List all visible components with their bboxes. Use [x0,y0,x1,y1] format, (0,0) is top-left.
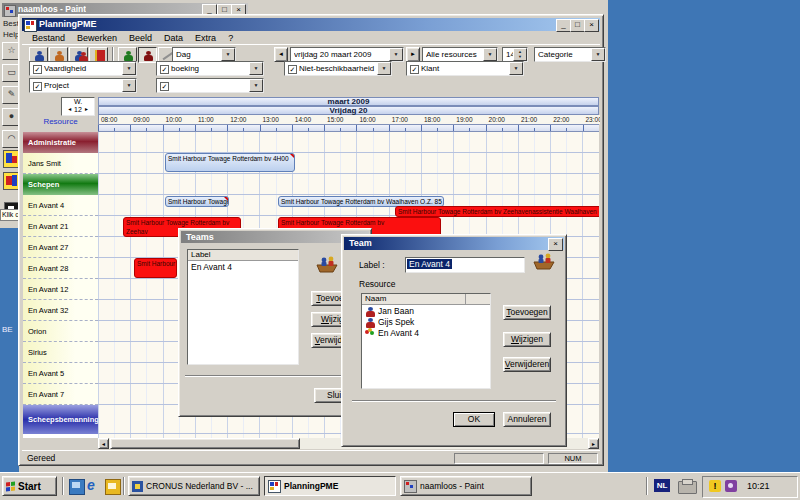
checkbox-icon[interactable]: ✓ [160,65,169,74]
members-list-header-extra[interactable] [466,294,490,305]
menu-bestand[interactable]: Bestand [26,31,71,44]
team-titlebar[interactable]: Team × [344,237,564,250]
resource-row[interactable]: En Avant 5 [23,363,98,384]
resource-row[interactable]: Sirius [23,342,98,363]
taskbar-task-planningpme[interactable]: PlanningPME [264,476,396,496]
resource-row[interactable]: Jans Smit [23,153,98,174]
resource-row[interactable]: En Avant 21 [23,216,98,237]
menu-beeld[interactable]: Beeld [123,31,158,44]
resources-select[interactable]: Alle resources ▼ [422,47,498,62]
filter-klant[interactable]: ✓ Klant ▼ [406,61,524,76]
chevron-down-icon[interactable]: ▼ [221,48,235,61]
checkbox-icon[interactable]: ✓ [410,65,419,74]
team-members-list[interactable]: Naam Jan BaanGijs SpekEn Avant 4 [361,293,491,389]
filter-niet-beschikbaarheid[interactable]: ✓ Niet-beschikbaarheid ▼ [284,61,392,76]
chevron-down-icon[interactable]: ▼ [509,62,523,75]
category-select[interactable]: Categorie ▼ [534,47,606,62]
delete-booking-icon[interactable] [138,47,157,63]
checkbox-icon[interactable]: ✓ [33,65,42,74]
menu-extra[interactable]: Extra [189,31,222,44]
booking-bar[interactable]: Smit Harbour Towage Rotterdam bv 4H00 [165,153,295,172]
printer-icon[interactable] [678,481,697,494]
chevron-down-icon[interactable]: ▼ [249,79,263,92]
quicklaunch-desktop-icon[interactable] [69,479,85,495]
prev-day-button[interactable]: ◄ [274,47,288,62]
members-list-header[interactable]: Naam [362,294,466,305]
team-delete-button[interactable]: Verwijderen [503,357,551,372]
cancel-button[interactable]: Annuleren [503,412,551,427]
chevron-down-icon[interactable]: ▼ [377,62,391,75]
chevron-down-icon[interactable]: ▼ [591,48,605,61]
language-indicator[interactable]: NL [654,479,670,492]
filter-boeking[interactable]: ✓ boeking ▼ [156,61,264,76]
scroll-right-icon[interactable]: ► [588,438,599,449]
checkbox-icon[interactable]: ✓ [33,82,42,91]
resource-column-header[interactable]: Resource [23,117,98,126]
tray-app-icon[interactable] [725,480,737,492]
resource-row[interactable]: En Avant 32 [23,300,98,321]
team-label-input[interactable]: En Avant 4 [405,257,525,273]
booking-bar[interactable]: Smit Harbour Towage R [165,196,229,207]
team-group-icon [532,252,556,270]
date-select[interactable]: vrijdag 20 maart 2009 ▼ [290,47,404,62]
list-item[interactable]: En Avant 4 [188,261,298,272]
chevron-down-icon[interactable]: ▼ [249,62,263,75]
day-band[interactable]: Vrijdag 20 [98,106,599,115]
view-select[interactable]: Dag ▼ [172,47,236,62]
member-row[interactable]: Jan Baan [362,305,490,316]
member-row[interactable]: Gijs Spek [362,316,490,327]
chevron-down-icon[interactable]: ▼ [483,48,497,61]
quicklaunch-ie-icon[interactable]: e [87,477,101,493]
clock[interactable]: 10:21 [747,481,770,491]
teams-list[interactable]: Label En Avant 4 [187,249,299,365]
tray-shield-icon[interactable]: ! [709,480,721,492]
taskbar-task-cronus[interactable]: CRONUS Nederland BV - ... [128,476,260,496]
team-edit-button[interactable]: Wijzigen [503,332,551,347]
week-selector[interactable]: W. ◄ 12 ► [61,97,95,116]
filter-vaardigheid[interactable]: ✓ Vaardigheid ▼ [29,61,137,76]
spinner-arrows-icon[interactable]: ▲▼ [513,48,527,61]
teams-list-header[interactable]: Label [188,250,298,261]
chevron-down-icon[interactable]: ▼ [122,79,136,92]
chevron-down-icon[interactable]: ▼ [389,48,403,61]
resource-row[interactable]: En Avant 28 [23,258,98,279]
filter-project[interactable]: ✓ Project ▼ [29,78,137,93]
month-band[interactable]: maart 2009 [98,97,599,106]
resource-row[interactable]: Orion [23,321,98,342]
resource-row[interactable]: En Avant 7 [23,384,98,405]
next-day-button[interactable]: ► [406,47,420,62]
category-row[interactable]: Scheepsbemanning [23,405,98,434]
scroll-left-icon[interactable]: ◄ [98,438,109,449]
resource-row[interactable]: En Avant 27 [23,237,98,258]
time-label: 11:00 [198,115,214,124]
checkbox-icon[interactable]: ✓ [288,65,297,74]
category-row[interactable]: Schepen [23,174,98,195]
tick-mark [518,125,519,131]
menu-bewerken[interactable]: Bewerken [71,31,123,44]
start-button[interactable]: Start [2,476,57,496]
paint-menu-fragment-1[interactable]: Best [3,19,19,28]
resource-label: En Avant 21 [23,216,98,237]
resource-row[interactable]: En Avant 4 [23,195,98,216]
booking-bar-unavailable[interactable]: Smit Harbour To [134,258,177,278]
team-add-button[interactable]: Toevoegen [503,305,551,320]
chevron-down-icon[interactable]: ▼ [122,62,136,75]
pme-titlebar[interactable]: PlanningPME _ □ × [22,18,600,31]
checkbox-icon[interactable]: ✓ [160,82,169,91]
menu-data[interactable]: Data [158,31,189,44]
hours-count-spinner[interactable]: 14 ▲▼ [502,47,528,62]
resource-row[interactable]: En Avant 12 [23,279,98,300]
taskbar-task-paint[interactable]: naamloos - Paint [400,476,532,496]
scrollbar-thumb[interactable] [110,438,300,449]
booking-bar-unavailable[interactable]: Smit Harbour Towage Rotterdam bv Zeehave… [395,206,599,217]
category-row[interactable]: Administratie [23,132,98,153]
team-close-button[interactable]: × [548,238,563,251]
paint-menu-fragment-2[interactable]: Help [3,30,19,39]
member-row[interactable]: En Avant 4 [362,327,490,338]
quicklaunch-mail-icon[interactable] [105,479,121,495]
week-next-icon[interactable]: ► [84,106,89,113]
ok-button[interactable]: OK [453,412,495,427]
filter-empty[interactable]: ✓ ▼ [156,78,264,93]
menu-help[interactable]: ? [222,31,239,44]
pme-menubar: Bestand Bewerken Beeld Data Extra ? [22,31,604,44]
